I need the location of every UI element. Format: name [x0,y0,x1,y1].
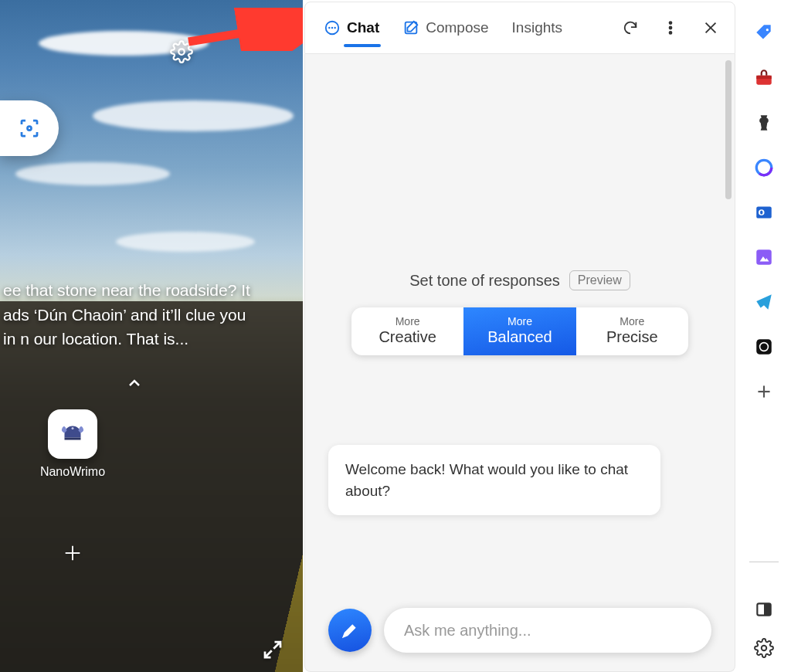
svg-point-1 [178,49,185,55]
sidebar-price-tag[interactable] [752,22,776,45]
wallpaper-settings-button[interactable] [170,40,193,66]
wallpaper-caption[interactable]: ee that stone near the roadside? It ads … [0,278,263,351]
edge-right-sidebar [737,0,791,672]
expand-icon [261,638,284,661]
plus-icon [62,542,83,564]
panel-scrollbar[interactable] [725,60,732,199]
welcome-message: Welcome back! What would you like to cha… [328,445,660,515]
tab-insights-label: Insights [512,19,562,36]
scan-icon [18,117,41,140]
add-widget-button[interactable] [62,542,83,567]
expand-fullscreen-button[interactable] [261,638,284,664]
panel-header: Chat Compose Insights [304,2,735,54]
chat-input[interactable] [404,622,691,640]
refresh-icon [622,19,639,36]
more-menu-button[interactable] [657,15,684,41]
tab-insights[interactable]: Insights [508,13,567,42]
sidebar-games[interactable] [752,111,776,134]
sidebar-image-creator[interactable] [752,246,776,269]
tab-compose-label: Compose [426,19,488,36]
tab-compose[interactable]: Compose [398,13,493,42]
close-icon [702,19,719,36]
sidebar-add-button[interactable] [752,380,776,403]
svg-point-13 [766,29,769,31]
sidebar-telegram[interactable] [752,290,776,314]
sidebar-openai[interactable] [752,335,776,358]
visual-search-button[interactable] [0,100,59,156]
price-tag-icon [754,23,774,43]
svg-point-20 [760,210,762,214]
toolbox-icon [754,68,774,88]
broom-icon [340,620,360,640]
sidebar-toolbox[interactable] [752,66,776,90]
split-screen-icon [754,599,774,619]
chat-input-container[interactable] [384,608,711,653]
viking-helmet-icon [59,420,87,448]
paint-icon [754,247,774,267]
svg-point-2 [72,427,74,429]
sidebar-settings[interactable] [752,636,776,660]
sidebar-split-screen[interactable] [752,598,776,621]
gear-icon [754,638,774,658]
tone-precise-button[interactable]: More Precise [576,307,688,355]
svg-rect-21 [756,249,772,265]
telegram-icon [754,292,774,312]
tone-title: Set tone of responses [409,272,560,290]
close-panel-button[interactable] [698,15,724,41]
svg-rect-27 [764,603,771,615]
svg-rect-22 [756,339,772,355]
nanowrimo-tile[interactable] [48,409,97,459]
copilot-icon [754,158,774,178]
preview-badge: Preview [569,270,630,290]
new-topic-button[interactable] [328,609,372,652]
plus-icon [754,382,774,402]
refresh-button[interactable] [617,15,643,41]
svg-point-10 [670,32,672,34]
tab-chat-label: Chat [347,19,379,36]
outlook-icon [754,202,774,222]
caption-collapse-button[interactable] [125,374,144,395]
chat-icon [324,19,341,36]
panel-body: Set tone of responses Preview More Creat… [304,54,735,672]
vertical-dots-icon [662,19,679,36]
svg-point-9 [670,27,672,29]
svg-point-28 [762,646,767,651]
tone-selector: Set tone of responses Preview More Creat… [305,270,735,355]
chess-icon [754,113,774,133]
composer-row [328,606,711,654]
compose-icon [402,19,419,36]
tone-creative-button[interactable]: More Creative [351,307,463,355]
svg-point-8 [670,22,672,24]
chevron-up-icon [125,374,144,392]
gear-icon [170,40,193,63]
svg-point-0 [28,127,32,131]
svg-rect-15 [756,76,772,79]
openai-icon [754,337,774,357]
tone-balanced-button[interactable]: More Balanced [463,307,575,355]
sidebar-divider [749,562,779,562]
discover-sidebar-panel: Chat Compose Insights Set tone of respon… [303,0,737,672]
tab-chat[interactable]: Chat [319,13,384,42]
sidebar-outlook[interactable] [752,201,776,224]
sidebar-copilot[interactable] [752,156,776,179]
nanowrimo-label: NanoWrimo [26,465,119,479]
